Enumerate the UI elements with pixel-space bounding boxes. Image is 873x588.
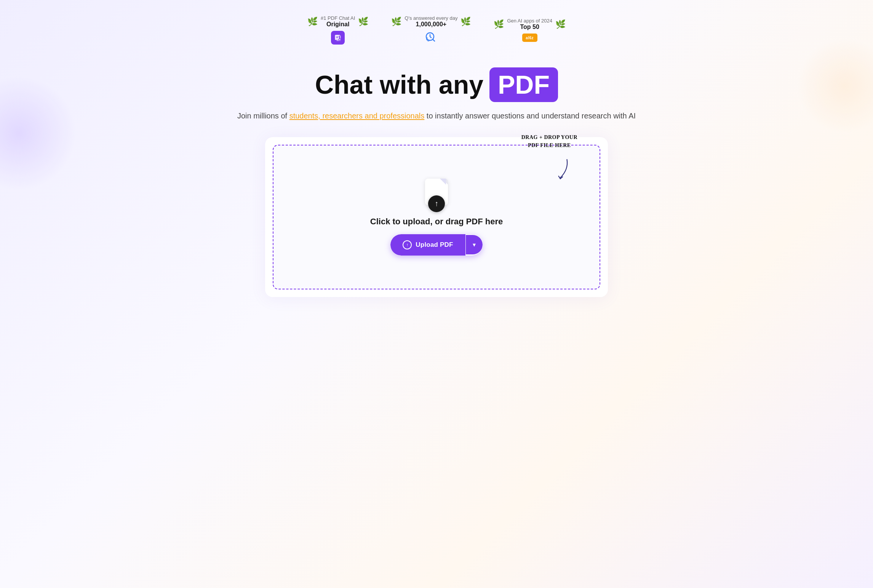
award-gen-ai: 🌿 Gen AI apps of 2024 Top 50 🌿 al6z — [494, 18, 566, 42]
hero-subtitle: Join millions of students, researchers a… — [237, 110, 636, 122]
laurel-left-3: 🌿 — [494, 20, 504, 29]
hero-pdf-badge: PDF — [489, 67, 558, 102]
award-title-questions: 1,000,000+ — [416, 21, 447, 28]
drag-annotation: DRAG + DROP YOUR PDF FILE HERE — [521, 133, 577, 149]
upload-label: Click to upload, or drag PDF here — [370, 217, 503, 227]
hero-subtitle-suffix: to instantly answer questions and unders… — [424, 112, 636, 120]
award-subtitle-gen-ai: Gen AI apps of 2024 — [507, 18, 552, 24]
chevron-down-icon: ▾ — [473, 241, 476, 248]
hero-title: Chat with any PDF — [315, 67, 558, 102]
upload-circle-icon: ↑ — [428, 195, 445, 212]
upload-btn-label: Upload PDF — [416, 241, 453, 249]
award-text-gen-ai: Gen AI apps of 2024 Top 50 — [507, 18, 552, 30]
award-badge-questions — [424, 31, 438, 45]
award-title-gen-ai: Top 50 — [520, 24, 539, 30]
file-icon-corner — [440, 179, 446, 185]
svg-rect-0 — [335, 35, 339, 40]
laurel-left-1: 🌿 — [307, 18, 318, 26]
hero-subtitle-prefix: Join millions of — [237, 112, 289, 120]
background-blob-right — [797, 38, 873, 133]
award-subtitle-questions: Q's answered every day — [405, 15, 457, 21]
upload-card: DRAG + DROP YOUR PDF FILE HERE ↑ Click t… — [265, 137, 608, 297]
drag-arrow-icon — [547, 156, 574, 183]
award-laurel-pdf: 🌿 #1 PDF Chat AI Original 🌿 — [307, 15, 368, 28]
hero-section: Chat with any PDF Join millions of stude… — [237, 67, 636, 122]
upload-pdf-button[interactable]: ↑ Upload PDF — [390, 234, 465, 256]
upload-dropdown-button[interactable]: ▾ — [466, 235, 483, 254]
file-upload-icon-container: ↑ — [423, 179, 450, 209]
chat-search-icon — [424, 31, 438, 45]
upload-button-row[interactable]: ↑ Upload PDF ▾ — [390, 234, 482, 256]
upload-up-arrow: ↑ — [435, 200, 438, 207]
background-blob-left — [0, 76, 76, 190]
pdf-icon-badge — [331, 31, 345, 45]
awards-row: 🌿 #1 PDF Chat AI Original 🌿 🌿 — [307, 15, 566, 45]
award-text-questions: Q's answered every day 1,000,000+ — [405, 15, 457, 28]
hero-title-prefix: Chat with any — [315, 70, 483, 99]
award-pdf-chat: 🌿 #1 PDF Chat AI Original 🌿 — [307, 15, 368, 45]
award-questions: 🌿 Q's answered every day 1,000,000+ 🌿 — [391, 15, 471, 45]
upload-btn-icon: ↑ — [403, 240, 412, 249]
al6z-badge: al6z — [522, 34, 537, 42]
award-laurel-gen-ai: 🌿 Gen AI apps of 2024 Top 50 🌿 — [494, 18, 566, 30]
hero-subtitle-link[interactable]: students, researchers and professionals — [289, 112, 425, 120]
award-badge-gen-ai: al6z — [522, 34, 537, 42]
laurel-left-2: 🌿 — [391, 18, 401, 26]
award-text-pdf: #1 PDF Chat AI Original — [321, 15, 355, 28]
laurel-right-1: 🌿 — [358, 18, 368, 26]
award-subtitle-pdf: #1 PDF Chat AI — [321, 15, 355, 21]
laurel-right-2: 🌿 — [460, 18, 471, 26]
laurel-right-3: 🌿 — [555, 20, 566, 29]
award-title-pdf: Original — [326, 21, 349, 28]
award-badge-pdf — [331, 31, 345, 45]
award-laurel-questions: 🌿 Q's answered every day 1,000,000+ 🌿 — [391, 15, 471, 28]
